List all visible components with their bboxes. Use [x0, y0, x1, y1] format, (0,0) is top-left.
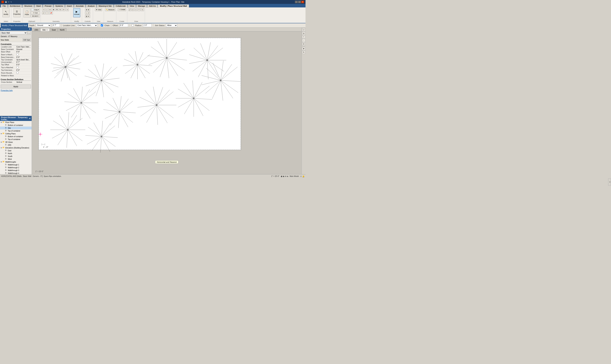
- tree-3d-views[interactable]: ▼ 📂 3D Views: [0, 141, 32, 143]
- tree-walkthrough-4[interactable]: 🗋 Walkthrough 4: [0, 172, 32, 174]
- tab-modify[interactable]: Modify | Place Structural Wall: [158, 4, 189, 7]
- viewport-tab-site-close[interactable]: ✕: [46, 29, 48, 31]
- expand-floor-plans[interactable]: ▼: [0, 121, 2, 123]
- navigation-wheel-button[interactable]: ◎: [302, 32, 305, 35]
- qat-save[interactable]: 💾: [5, 1, 7, 3]
- properties-help-link[interactable]: Properties help: [0, 89, 32, 92]
- draw-line[interactable]: ╱: [128, 8, 131, 11]
- view-cube-button[interactable]: ⬡: [302, 28, 305, 31]
- tab-analyze[interactable]: Analyze: [86, 4, 97, 7]
- tab-architecture[interactable]: Architecture: [8, 4, 22, 7]
- tab-file[interactable]: File: [1, 4, 8, 7]
- tree-top-container-fp[interactable]: 🗋 Top of container: [0, 130, 32, 132]
- cut-button[interactable]: ✂ Cut: [31, 11, 40, 14]
- tree-elevations[interactable]: ▼ 📂 Elevations (Building Elevation): [0, 146, 32, 149]
- tree-east[interactable]: 🗋 East: [0, 149, 32, 152]
- activate-button[interactable]: ▶ Activate: [73, 8, 80, 17]
- depth-offset-input[interactable]: [52, 24, 60, 27]
- expand-elevations[interactable]: ▼: [0, 147, 2, 149]
- tab-steel[interactable]: Steel: [34, 4, 42, 7]
- properties-button[interactable]: ☰ Properties: [14, 8, 21, 17]
- viewport-tab-east[interactable]: East: [50, 28, 58, 31]
- wall-type-detail-button[interactable]: ...: [28, 31, 31, 34]
- offset-input[interactable]: [119, 24, 128, 27]
- copy-button[interactable]: 📄 Copy ▾: [31, 8, 40, 11]
- chain-checkbox[interactable]: [101, 24, 103, 26]
- mirror-pick-button[interactable]: ⇔: [48, 8, 52, 11]
- join-status-select[interactable]: Allow Disallow: [166, 24, 177, 27]
- maximize-button[interactable]: □: [298, 1, 301, 3]
- zoom-fit-button[interactable]: ⊡: [302, 42, 305, 46]
- tab-structure[interactable]: Structure: [22, 4, 34, 7]
- viewport-tab-north[interactable]: North: [58, 28, 67, 31]
- depth-select[interactable]: Ground Unconnected: [36, 24, 51, 27]
- tree-3d[interactable]: 🗋 {3D}: [0, 143, 32, 146]
- radius-input[interactable]: [143, 24, 152, 27]
- location-line-select[interactable]: Core Face: Interi...: [76, 24, 97, 27]
- pan-button[interactable]: ✥: [302, 47, 305, 50]
- tree-bottom-container-fp[interactable]: 🗋 Bottom of container: [0, 124, 32, 127]
- control-btn-3[interactable]: ⊞ ✕: [85, 15, 90, 18]
- scale-button[interactable]: ⤢: [42, 12, 45, 14]
- expand-3d-views[interactable]: ▼: [0, 141, 2, 143]
- orbit-button[interactable]: ↻: [302, 51, 305, 54]
- create-btn-1[interactable]: ＋ Create: [118, 8, 126, 11]
- tab-annotate[interactable]: Annotate: [74, 4, 85, 7]
- control-btn-1[interactable]: ⊕ ⊗: [85, 8, 90, 11]
- properties-close-button[interactable]: ✕: [29, 28, 31, 30]
- room-bounding-checkbox[interactable]: [16, 72, 19, 74]
- tree-north[interactable]: 🗋 North: [0, 152, 32, 155]
- paste-button[interactable]: 📋 Paste: [23, 8, 30, 17]
- tree-walkthrough-2[interactable]: 🗋 Walkthrough 2: [0, 166, 32, 169]
- tab-precast[interactable]: Precast: [43, 4, 53, 7]
- join-button[interactable]: ⊞ Join ▾: [31, 14, 40, 17]
- rotate-button[interactable]: ↻: [59, 8, 62, 11]
- drawing-surface[interactable]: 1' - 0": [32, 31, 302, 174]
- canvas-area[interactable]: 1' - 0" Horizontal and Nearest 1" = 20'-…: [32, 31, 302, 174]
- align-button[interactable]: ⊣: [42, 8, 45, 11]
- zoom-out-button[interactable]: -: [302, 39, 305, 42]
- tab-insert[interactable]: Insert: [65, 4, 74, 7]
- modify-button[interactable]: ↖ Modify: [2, 8, 10, 17]
- tree-south[interactable]: 🗋 South: [0, 155, 32, 158]
- top-attach-checkbox[interactable]: [16, 66, 19, 68]
- viewport-tab-3d[interactable]: (3D): [32, 28, 40, 31]
- expand-ceiling-plans[interactable]: ▼: [0, 133, 2, 135]
- measure-btn-1[interactable]: 📏 Measure: [105, 8, 115, 11]
- trim-button[interactable]: ⊢: [62, 8, 65, 11]
- radius-checkbox[interactable]: [132, 24, 134, 26]
- base-attach-checkbox[interactable]: [16, 53, 19, 55]
- project-browser-close-button[interactable]: ✕: [29, 117, 31, 120]
- tree-walkthroughs[interactable]: ▼ 📂 Walkthroughs: [0, 160, 32, 163]
- tab-systems[interactable]: Systems: [53, 4, 65, 7]
- tab-addins[interactable]: Add-Ins: [147, 4, 158, 7]
- viewport-tab-site[interactable]: Site ✕: [40, 28, 50, 31]
- qat-redo[interactable]: ↪: [10, 1, 12, 3]
- expand-walkthroughs[interactable]: ▼: [0, 161, 2, 163]
- split-button[interactable]: ⊸: [66, 8, 69, 11]
- tab-massing[interactable]: Massing & Site: [97, 4, 113, 7]
- tree-site[interactable]: 🗋 Site: [0, 127, 32, 130]
- tab-manage[interactable]: Manage: [136, 4, 147, 7]
- tree-west[interactable]: 🗋 West: [0, 158, 32, 160]
- wall-type-select[interactable]: Basic Wall: [1, 31, 27, 34]
- draw-rect[interactable]: □: [131, 8, 134, 11]
- tree-walkthrough-3[interactable]: 🗋 Walkthrough 3: [0, 169, 32, 172]
- tree-top-container-cp[interactable]: 🗋 Top of container: [0, 138, 32, 141]
- close-button[interactable]: ✕: [301, 1, 304, 3]
- qat-undo[interactable]: ↩: [8, 1, 9, 3]
- edit-type-button[interactable]: Edit Type: [23, 39, 31, 41]
- draw-spline[interactable]: ∿: [141, 8, 144, 11]
- tree-floor-plans[interactable]: ▼ 📂 Floor Plans: [0, 121, 32, 124]
- tree-bottom-container-cp[interactable]: 🗋 Bottom of container: [0, 135, 32, 138]
- view-btn-1[interactable]: 👁 View: [95, 8, 102, 11]
- tree-ceiling-plans[interactable]: ▼ 📂 Ceiling Plans: [0, 132, 32, 135]
- tab-view[interactable]: View: [128, 4, 136, 7]
- copy-geom-button[interactable]: ⧉: [56, 8, 58, 11]
- tree-walkthrough-1[interactable]: 🗋 Walkthrough 1: [0, 163, 32, 166]
- zoom-in-button[interactable]: +: [302, 35, 305, 39]
- apply-button[interactable]: Apply: [1, 85, 31, 89]
- control-btn-2[interactable]: ↔ ↗: [85, 12, 90, 14]
- array-button[interactable]: ⋮: [45, 12, 49, 14]
- draw-arc[interactable]: ◠: [137, 8, 140, 11]
